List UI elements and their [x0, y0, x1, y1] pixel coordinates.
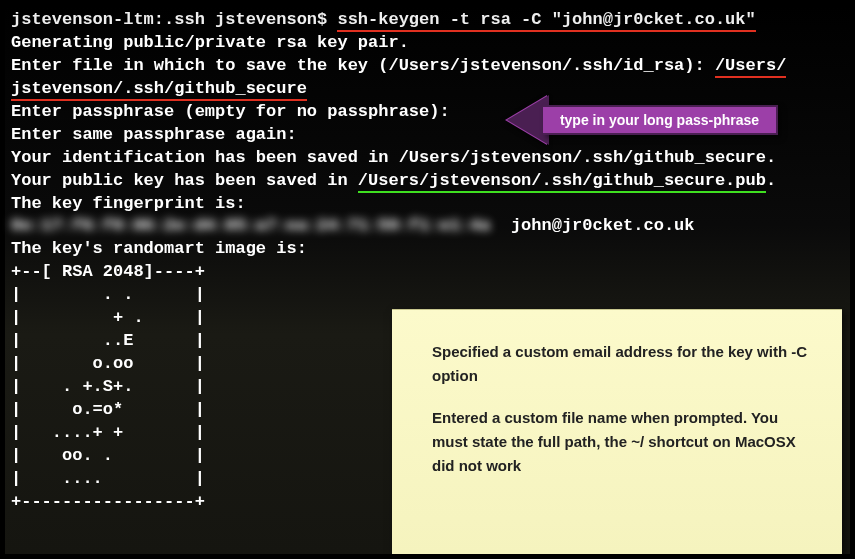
randomart-row: +--[ RSA 2048]----+ [11, 261, 844, 284]
fingerprint-email: john@jr0cket.co.uk [490, 216, 694, 235]
arrow-label: type in your long pass-phrase [543, 105, 778, 135]
file-prompt-text: Enter file in which to save the key (/Us… [11, 56, 715, 75]
note-paragraph-1: Specified a custom email address for the… [432, 340, 812, 388]
terminal-line: jstevenson/.ssh/github_secure [11, 78, 844, 101]
entered-command: ssh-keygen -t rsa -C "john@jr0cket.co.uk… [337, 10, 755, 32]
terminal-line: Generating public/private rsa key pair. [11, 32, 844, 55]
terminal-line: Your public key has been saved in /Users… [11, 170, 844, 193]
terminal-line: The key's randomart image is: [11, 238, 844, 261]
terminal-window: jstevenson-ltm:.ssh jstevenson$ ssh-keyg… [5, 5, 850, 554]
pub-saved-prefix: Your public key has been saved in [11, 171, 358, 190]
entered-path-p1: /Users/ [715, 56, 786, 78]
ident-saved-prefix: Your identification has been saved in [11, 148, 399, 167]
terminal-line: Your identification has been saved in /U… [11, 147, 844, 170]
pub-saved-path: /Users/jstevenson/.ssh/github_secure.pub [358, 171, 766, 193]
terminal-line: Enter file in which to save the key (/Us… [11, 55, 844, 78]
sticky-note: Specified a custom email address for the… [392, 309, 842, 554]
arrow-left-icon [505, 95, 547, 145]
terminal-line: The key fingerprint is: [11, 193, 844, 216]
terminal-line-fingerprint: 0e:17:f6:f0:86:2e:d4:85:a7:ea:24:71:59:f… [11, 215, 844, 238]
shell-prompt: jstevenson-ltm:.ssh jstevenson$ [11, 10, 337, 29]
terminal-line-prompt: jstevenson-ltm:.ssh jstevenson$ ssh-keyg… [11, 9, 844, 32]
fingerprint-blurred: 0e:17:f6:f0:86:2e:d4:85:a7:ea:24:71:59:f… [11, 215, 490, 238]
note-paragraph-2: Entered a custom file name when prompted… [432, 406, 812, 478]
entered-path-p2: jstevenson/.ssh/github_secure [11, 79, 307, 101]
ident-saved-path: /Users/jstevenson/.ssh/github_secure [399, 148, 766, 167]
arrow-annotation: type in your long pass-phrase [505, 101, 785, 139]
randomart-row: | . . | [11, 284, 844, 307]
